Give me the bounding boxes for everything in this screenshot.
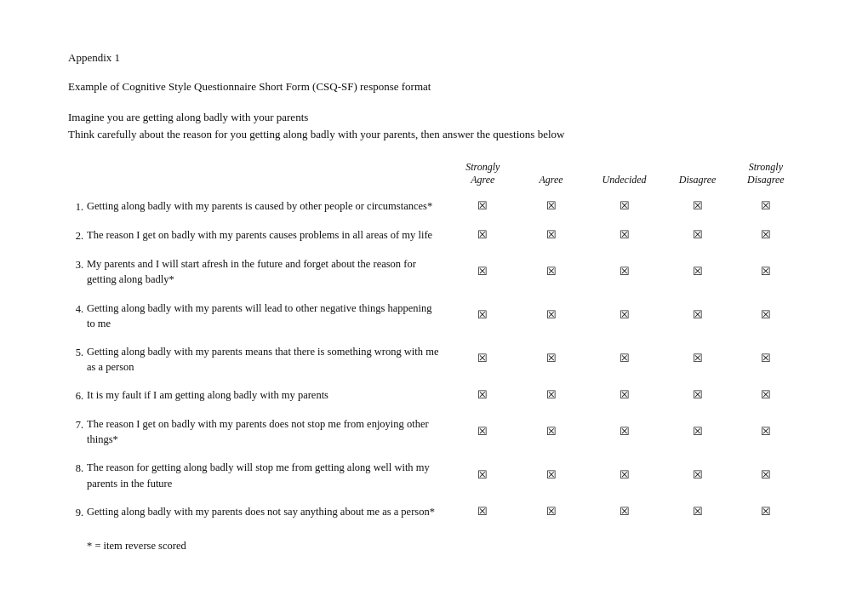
- checkbox-icon[interactable]: ☒: [693, 199, 703, 213]
- checkbox-icon[interactable]: ☒: [761, 228, 771, 242]
- checkbox-cell[interactable]: ☒: [732, 410, 800, 453]
- item-text: 8.The reason for getting along badly wil…: [68, 453, 448, 496]
- checkbox-cell[interactable]: ☒: [517, 497, 585, 526]
- checkbox-icon[interactable]: ☒: [546, 468, 557, 482]
- checkbox-icon[interactable]: ☒: [546, 199, 557, 213]
- checkbox-cell[interactable]: ☒: [732, 294, 800, 337]
- checkbox-cell[interactable]: ☒: [732, 249, 800, 293]
- checkbox-cell[interactable]: ☒: [732, 337, 800, 381]
- checkbox-icon[interactable]: ☒: [546, 228, 557, 242]
- footnote: * = item reverse scored: [68, 540, 800, 553]
- checkbox-cell[interactable]: ☒: [663, 221, 731, 249]
- checkbox-cell[interactable]: ☒: [585, 410, 664, 453]
- checkbox-icon[interactable]: ☒: [693, 228, 703, 242]
- checkbox-cell[interactable]: ☒: [663, 381, 731, 410]
- checkbox-cell[interactable]: ☒: [517, 249, 585, 293]
- checkbox-icon[interactable]: ☒: [693, 265, 703, 278]
- checkbox-cell[interactable]: ☒: [732, 497, 800, 526]
- item-number: 3.: [68, 256, 87, 272]
- checkbox-icon[interactable]: ☒: [761, 265, 771, 278]
- checkbox-icon[interactable]: ☒: [620, 425, 630, 438]
- table-row: 1.Getting along badly with my parents is…: [68, 192, 800, 221]
- checkbox-icon[interactable]: ☒: [693, 505, 703, 518]
- checkbox-cell[interactable]: ☒: [585, 497, 664, 526]
- checkbox-cell[interactable]: ☒: [448, 410, 517, 453]
- checkbox-cell[interactable]: ☒: [448, 294, 517, 337]
- item-text: 9.Getting along badly with my parents do…: [68, 497, 448, 526]
- checkbox-cell[interactable]: ☒: [448, 497, 517, 526]
- checkbox-cell[interactable]: ☒: [517, 294, 585, 337]
- checkbox-icon[interactable]: ☒: [477, 228, 488, 242]
- checkbox-icon[interactable]: ☒: [546, 505, 557, 518]
- checkbox-icon[interactable]: ☒: [546, 265, 557, 278]
- checkbox-cell[interactable]: ☒: [663, 249, 731, 293]
- checkbox-cell[interactable]: ☒: [448, 192, 517, 221]
- checkbox-icon[interactable]: ☒: [761, 352, 771, 365]
- checkbox-cell[interactable]: ☒: [663, 497, 731, 526]
- checkbox-cell[interactable]: ☒: [663, 410, 731, 453]
- checkbox-icon[interactable]: ☒: [620, 199, 630, 213]
- checkbox-icon[interactable]: ☒: [761, 199, 771, 213]
- checkbox-cell[interactable]: ☒: [585, 453, 664, 496]
- checkbox-cell[interactable]: ☒: [517, 192, 585, 221]
- table-row: 2.The reason I get on badly with my pare…: [68, 221, 800, 249]
- checkbox-icon[interactable]: ☒: [546, 388, 557, 402]
- checkbox-icon[interactable]: ☒: [761, 388, 771, 402]
- checkbox-icon[interactable]: ☒: [546, 352, 557, 365]
- checkbox-cell[interactable]: ☒: [517, 410, 585, 453]
- checkbox-icon[interactable]: ☒: [620, 352, 630, 365]
- checkbox-icon[interactable]: ☒: [477, 308, 488, 322]
- item-number: 5.: [68, 344, 87, 360]
- checkbox-cell[interactable]: ☒: [585, 192, 664, 221]
- checkbox-cell[interactable]: ☒: [585, 249, 664, 293]
- checkbox-icon[interactable]: ☒: [477, 352, 488, 365]
- checkbox-icon[interactable]: ☒: [477, 265, 488, 278]
- checkbox-icon[interactable]: ☒: [620, 228, 630, 242]
- checkbox-icon[interactable]: ☒: [693, 388, 703, 402]
- checkbox-cell[interactable]: ☒: [448, 381, 517, 410]
- checkbox-cell[interactable]: ☒: [517, 337, 585, 381]
- checkbox-icon[interactable]: ☒: [761, 308, 771, 322]
- checkbox-icon[interactable]: ☒: [761, 468, 771, 482]
- checkbox-icon[interactable]: ☒: [693, 468, 703, 482]
- checkbox-cell[interactable]: ☒: [663, 192, 731, 221]
- checkbox-icon[interactable]: ☒: [477, 425, 488, 438]
- checkbox-cell[interactable]: ☒: [732, 192, 800, 221]
- checkbox-icon[interactable]: ☒: [693, 352, 703, 365]
- col-header-strongly-agree: StronglyAgree: [448, 161, 517, 192]
- checkbox-icon[interactable]: ☒: [620, 468, 630, 482]
- checkbox-cell[interactable]: ☒: [663, 294, 731, 337]
- checkbox-icon[interactable]: ☒: [620, 388, 630, 402]
- col-header-disagree: Disagree: [663, 161, 731, 192]
- checkbox-cell[interactable]: ☒: [585, 381, 664, 410]
- checkbox-icon[interactable]: ☒: [546, 425, 557, 438]
- checkbox-cell[interactable]: ☒: [585, 294, 664, 337]
- checkbox-icon[interactable]: ☒: [693, 425, 703, 438]
- checkbox-icon[interactable]: ☒: [620, 308, 630, 322]
- checkbox-icon[interactable]: ☒: [693, 308, 703, 322]
- checkbox-icon[interactable]: ☒: [477, 388, 488, 402]
- item-body: My parents and I will start afresh in th…: [87, 256, 442, 287]
- checkbox-icon[interactable]: ☒: [761, 505, 771, 518]
- checkbox-cell[interactable]: ☒: [732, 453, 800, 496]
- checkbox-cell[interactable]: ☒: [517, 221, 585, 249]
- checkbox-cell[interactable]: ☒: [517, 381, 585, 410]
- checkbox-cell[interactable]: ☒: [663, 453, 731, 496]
- checkbox-cell[interactable]: ☒: [732, 381, 800, 410]
- checkbox-cell[interactable]: ☒: [448, 337, 517, 381]
- checkbox-cell[interactable]: ☒: [732, 221, 800, 249]
- checkbox-cell[interactable]: ☒: [448, 221, 517, 249]
- checkbox-cell[interactable]: ☒: [663, 337, 731, 381]
- checkbox-cell[interactable]: ☒: [585, 337, 664, 381]
- checkbox-cell[interactable]: ☒: [448, 249, 517, 293]
- checkbox-icon[interactable]: ☒: [546, 308, 557, 322]
- checkbox-icon[interactable]: ☒: [620, 505, 630, 518]
- checkbox-icon[interactable]: ☒: [761, 425, 771, 438]
- checkbox-cell[interactable]: ☒: [517, 453, 585, 496]
- checkbox-icon[interactable]: ☒: [477, 199, 488, 213]
- checkbox-icon[interactable]: ☒: [477, 468, 488, 482]
- checkbox-cell[interactable]: ☒: [585, 221, 664, 249]
- checkbox-icon[interactable]: ☒: [477, 505, 488, 518]
- checkbox-icon[interactable]: ☒: [620, 265, 630, 278]
- checkbox-cell[interactable]: ☒: [448, 453, 517, 496]
